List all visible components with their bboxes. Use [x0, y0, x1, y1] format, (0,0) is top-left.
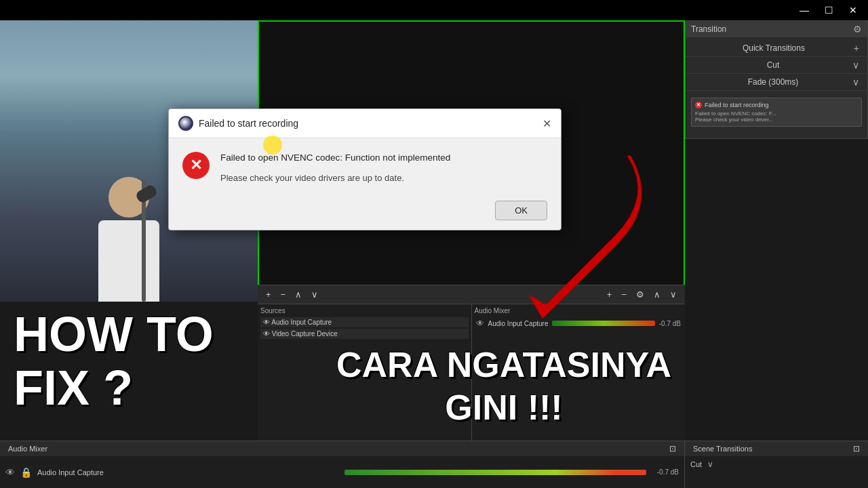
text-overlay-left: HOW TO FIX ? [14, 308, 214, 415]
error-icon: ✕ [182, 152, 210, 179]
gear-icon[interactable]: ⚙ [853, 24, 862, 35]
cut-label: Cut [694, 60, 852, 70]
bottom-trans-row[interactable]: Cut ∨ [685, 456, 868, 472]
error-sub-text: Please check your video drivers are up t… [220, 173, 547, 183]
audio-input-bottom-label: Audio Input Capture [37, 468, 339, 476]
audio-mixer-title: Audio Mixer [8, 445, 47, 453]
audio-meter-bar [552, 321, 654, 326]
audio-eye-icon[interactable]: 👁 [476, 319, 484, 328]
transitions-panel-header: Transition ⚙ [686, 21, 867, 37]
audio-row: 👁 Audio Input Capture -0.7 dB [475, 317, 683, 329]
audio-db-value: -0.7 dB [659, 320, 681, 327]
move-down-icon-2[interactable]: ∨ [667, 288, 679, 301]
text-overlay-right: CARA NGATASINYA GINI !!! [336, 344, 671, 428]
lock-icon-bottom[interactable]: 🔒 [20, 467, 32, 478]
scene-trans-header-bottom: Scene Transitions ⊡ [685, 441, 868, 456]
error-main-text: Failed to open NVENC codec: Function not… [220, 152, 547, 165]
obs-logo-icon [178, 116, 193, 131]
move-up-icon-2[interactable]: ∧ [651, 288, 663, 301]
audio-meter-bottom [344, 470, 646, 475]
obs-toolbar: + − ∧ ∨ + − ⚙ ∧ ∨ [258, 285, 685, 304]
transitions-title: Transition [691, 24, 726, 34]
eye-icon-bottom[interactable]: 👁 [5, 467, 15, 478]
scene-trans-title-bottom: Scene Transitions [693, 445, 752, 453]
popout-icon[interactable]: ⊡ [669, 444, 676, 453]
transition-row-cut[interactable]: Cut ∨ [686, 57, 867, 74]
remove-icon-2[interactable]: − [618, 288, 629, 301]
dialog-titlebar: Failed to start recording ✕ [169, 109, 561, 138]
cut-item-bottom: Cut [690, 460, 702, 468]
audio-mixer-header: Audio Mixer ⊡ [0, 441, 684, 456]
add-icon[interactable]: + [263, 288, 274, 301]
dialog-title-area: Failed to start recording [178, 116, 298, 131]
eye-icon-2[interactable]: 👁 [263, 330, 270, 338]
chevron-down-icon-cut[interactable]: ∨ [852, 60, 859, 70]
transition-row-fade[interactable]: Fade (300ms) ∨ [686, 74, 867, 91]
scene-transitions-panel: Transition ⚙ Quick Transitions + Cut ∨ F… [685, 20, 868, 139]
audio-input-label: Audio Input Capture [488, 320, 549, 327]
bottom-audio-row: 👁 🔒 Audio Input Capture -0.7 dB [0, 456, 684, 488]
bottom-scene-transitions: Scene Transitions ⊡ Cut ∨ [685, 441, 868, 488]
dialog-close-button[interactable]: ✕ [542, 117, 551, 130]
source-item-2[interactable]: 👁 Video Capture Device [260, 329, 469, 339]
error-messages: Failed to open NVENC codec: Function not… [220, 152, 547, 183]
source-item-1[interactable]: 👁 Audio Input Capture [260, 317, 469, 327]
dialog-footer: OK [169, 194, 561, 230]
chevron-down-icon-fade[interactable]: ∨ [852, 77, 859, 87]
window-titlebar: — ☐ ✕ [0, 0, 868, 20]
popout-icon-trans[interactable]: ⊡ [853, 444, 860, 453]
bottom-bar: Audio Mixer ⊡ 👁 🔒 Audio Input Capture -0… [0, 441, 868, 488]
transition-row-quick[interactable]: Quick Transitions + [686, 40, 867, 57]
move-up-icon[interactable]: ∧ [292, 288, 304, 301]
minimize-button[interactable]: — [797, 5, 811, 16]
chevron-trans-icon[interactable]: ∨ [707, 460, 713, 469]
bottom-audio-panel: Audio Mixer ⊡ 👁 🔒 Audio Input Capture -0… [0, 441, 685, 488]
remove-icon[interactable]: − [278, 288, 289, 301]
error-dialog: Failed to start recording ✕ ✕ Failed to … [168, 108, 561, 230]
fade-label: Fade (300ms) [694, 77, 852, 87]
transitions-list: Quick Transitions + Cut ∨ Fade (300ms) ∨ [686, 37, 867, 94]
audio-mixer-label: Audio Mixer [475, 307, 683, 314]
plus-icon[interactable]: + [854, 43, 859, 54]
maximize-button[interactable]: ☐ [822, 5, 835, 16]
gear-icon-2[interactable]: ⚙ [633, 288, 647, 301]
sources-label: Sources [260, 307, 469, 314]
close-button[interactable]: ✕ [846, 5, 860, 16]
audio-db-bottom: -0.7 dB [652, 468, 679, 476]
move-down-icon[interactable]: ∨ [309, 288, 321, 301]
eye-icon-1[interactable]: 👁 [263, 319, 270, 326]
quick-transitions-label: Quick Transitions [694, 43, 854, 53]
ok-button[interactable]: OK [495, 201, 547, 220]
dialog-body: ✕ Failed to open NVENC codec: Function n… [169, 138, 561, 194]
add-icon-2[interactable]: + [604, 288, 615, 301]
mini-error-preview: ✕ Failed to start recording Failed to op… [691, 98, 862, 127]
dialog-title-text: Failed to start recording [199, 118, 298, 129]
